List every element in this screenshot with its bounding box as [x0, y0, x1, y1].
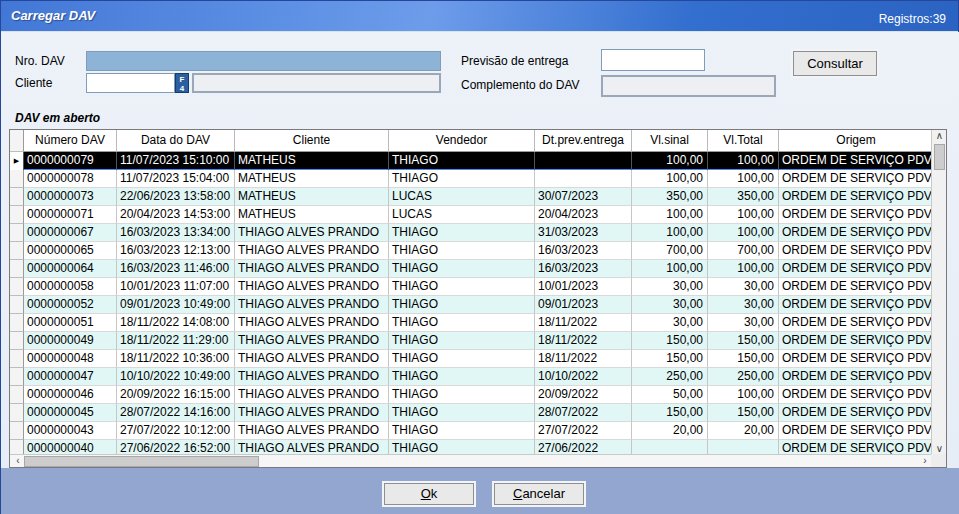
nro-dav-input[interactable] [86, 51, 441, 71]
scroll-right-icon[interactable]: › [919, 455, 931, 468]
column-header-1[interactable]: Data do DAV [117, 130, 235, 152]
cell: THIAGO ALVES PRANDO [235, 386, 389, 404]
cell: 28/07/2022 14:16:00 [117, 404, 235, 422]
selector-column-header [10, 130, 24, 152]
page-title: Carregar DAV [11, 8, 95, 23]
table-row[interactable]: 000000004818/11/2022 10:36:00THIAGO ALVE… [10, 350, 933, 368]
f4-icon: F4 [180, 75, 185, 93]
cell: 100,00 [632, 152, 708, 170]
column-header-2[interactable]: Cliente [235, 130, 389, 152]
scroll-up-icon[interactable]: ∧ [932, 130, 947, 143]
cell: 0000000073 [24, 188, 117, 206]
row-selector[interactable] [10, 368, 24, 386]
ok-button[interactable]: Ok [384, 483, 474, 505]
cliente-code-input[interactable] [86, 73, 175, 93]
title-bar: Carregar DAV Registros:39 [1, 1, 958, 32]
cell: 0000000043 [24, 422, 117, 440]
horizontal-scroll-thumb[interactable] [24, 456, 259, 467]
row-selector[interactable] [10, 188, 24, 206]
cell: 0000000051 [24, 314, 117, 332]
column-header-4[interactable]: Dt.prev.entrega [535, 130, 632, 152]
cell: THIAGO [389, 422, 535, 440]
cell: 30,00 [632, 314, 708, 332]
table-row[interactable]: 000000004710/10/2022 10:49:00THIAGO ALVE… [10, 368, 933, 386]
cancel-button[interactable]: Cancelar [494, 483, 584, 505]
cell: THIAGO [389, 368, 535, 386]
cell: 18/11/2022 10:36:00 [117, 350, 235, 368]
cell: THIAGO ALVES PRANDO [235, 260, 389, 278]
row-selector[interactable] [10, 296, 24, 314]
cell: THIAGO ALVES PRANDO [235, 332, 389, 350]
table-row[interactable]: 000000007811/07/2023 15:04:00MATHEUSTHIA… [10, 170, 933, 188]
table-row[interactable]: 000000006416/03/2023 11:46:00THIAGO ALVE… [10, 260, 933, 278]
row-selector[interactable] [10, 332, 24, 350]
cell: 16/03/2023 [535, 260, 632, 278]
row-selector[interactable]: ▶ [10, 152, 24, 170]
cell: THIAGO [389, 386, 535, 404]
cell: 0000000058 [24, 278, 117, 296]
cell: ORDEM DE SERVIÇO PDV [779, 422, 933, 440]
table-row[interactable]: 000000005209/01/2023 10:49:00THIAGO ALVE… [10, 296, 933, 314]
cliente-label: Cliente [15, 76, 52, 90]
column-header-7[interactable]: Origem [779, 130, 933, 152]
table-row[interactable]: 000000006716/03/2023 13:34:00THIAGO ALVE… [10, 224, 933, 242]
cell: 100,00 [632, 170, 708, 188]
table-row[interactable]: 000000005118/11/2022 14:08:00THIAGO ALVE… [10, 314, 933, 332]
row-selector[interactable] [10, 350, 24, 368]
cell: 20/09/2022 16:15:00 [117, 386, 235, 404]
cell: ORDEM DE SERVIÇO PDV [779, 350, 933, 368]
column-header-6[interactable]: Vl.Total [708, 130, 779, 152]
table-row[interactable]: 000000005810/01/2023 11:07:00THIAGO ALVE… [10, 278, 933, 296]
table-row[interactable]: ▶000000007911/07/2023 15:10:00MATHEUSTHI… [10, 152, 933, 170]
cell: 0000000045 [24, 404, 117, 422]
row-selector[interactable] [10, 404, 24, 422]
row-selector[interactable] [10, 242, 24, 260]
cell: THIAGO [389, 242, 535, 260]
cell: 0000000047 [24, 368, 117, 386]
grid-header: Número DAVData do DAVClienteVendedorDt.p… [10, 130, 933, 152]
row-selector[interactable] [10, 386, 24, 404]
table-row[interactable]: 000000004918/11/2022 11:29:00THIAGO ALVE… [10, 332, 933, 350]
cell: THIAGO ALVES PRANDO [235, 296, 389, 314]
scroll-left-icon[interactable]: ‹ [12, 455, 24, 468]
cell: 0000000078 [24, 170, 117, 188]
cell: THIAGO [389, 152, 535, 170]
cell: THIAGO ALVES PRANDO [235, 404, 389, 422]
consultar-button[interactable]: Consultar [793, 51, 877, 76]
cell: 18/11/2022 [535, 350, 632, 368]
cell: 0000000048 [24, 350, 117, 368]
table-row[interactable]: 000000004528/07/2022 14:16:00THIAGO ALVE… [10, 404, 933, 422]
row-selector[interactable] [10, 278, 24, 296]
cell: 150,00 [708, 404, 779, 422]
cell: ORDEM DE SERVIÇO PDV [779, 368, 933, 386]
column-header-0[interactable]: Número DAV [24, 130, 117, 152]
cell: THIAGO [389, 332, 535, 350]
column-header-3[interactable]: Vendedor [389, 130, 535, 152]
cell: 100,00 [708, 386, 779, 404]
cell: THIAGO [389, 314, 535, 332]
table-row[interactable]: 000000007322/06/2023 13:58:00MATHEUSLUCA… [10, 188, 933, 206]
table-row[interactable]: 000000004620/09/2022 16:15:00THIAGO ALVE… [10, 386, 933, 404]
cell: 10/01/2023 [535, 278, 632, 296]
vertical-scroll-thumb[interactable] [934, 144, 945, 170]
cell: 10/01/2023 11:07:00 [117, 278, 235, 296]
cell: ORDEM DE SERVIÇO PDV [779, 152, 933, 170]
cell: 100,00 [708, 260, 779, 278]
row-selector[interactable] [10, 260, 24, 278]
table-row[interactable]: 000000007120/04/2023 14:53:00MATHEUSLUCA… [10, 206, 933, 224]
vertical-scrollbar[interactable]: ∧ ∨ [931, 130, 946, 456]
horizontal-scrollbar[interactable]: ‹ › [10, 454, 933, 467]
cell: 16/03/2023 11:46:00 [117, 260, 235, 278]
row-selector[interactable] [10, 422, 24, 440]
table-row[interactable]: 000000006516/03/2023 12:13:00THIAGO ALVE… [10, 242, 933, 260]
row-selector[interactable] [10, 314, 24, 332]
row-selector[interactable] [10, 224, 24, 242]
row-selector[interactable] [10, 206, 24, 224]
previsao-entrega-input[interactable] [601, 49, 705, 71]
table-row[interactable]: 000000004327/07/2022 10:12:00THIAGO ALVE… [10, 422, 933, 440]
row-selector[interactable] [10, 170, 24, 188]
f4-lookup-button[interactable]: F4 [175, 73, 189, 93]
cell: THIAGO ALVES PRANDO [235, 314, 389, 332]
cell: 50,00 [632, 386, 708, 404]
column-header-5[interactable]: Vl.sinal [632, 130, 708, 152]
